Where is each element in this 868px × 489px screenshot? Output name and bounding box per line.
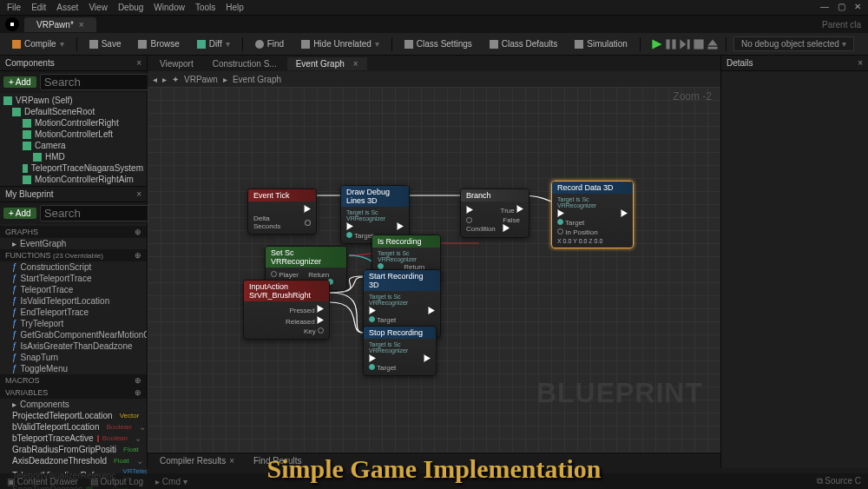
components-tree: VRPawn (Self)DefaultSceneRootMotionContr… xyxy=(0,93,147,186)
search-icon xyxy=(255,40,264,49)
class-settings-button[interactable]: Class Settings xyxy=(399,37,477,50)
nav-compass-icon[interactable]: ✦ xyxy=(172,75,179,84)
close-myblueprint-icon[interactable]: × xyxy=(136,189,141,199)
variable-item[interactable]: GrabRadiusFromGripPositiFloat⌄ xyxy=(0,444,147,455)
debug-object-dropdown[interactable]: No debug object selected ▾ xyxy=(733,36,854,51)
close-icon[interactable]: ✕ xyxy=(854,2,861,11)
functions-section[interactable]: Functions (23 Overridable)⊕ xyxy=(0,249,147,261)
menu-tools[interactable]: Tools xyxy=(195,3,215,12)
simulation-button[interactable]: Simulation xyxy=(569,37,633,50)
eject-icon[interactable] xyxy=(707,38,719,50)
node-input-action[interactable]: InputAction SrVR_BrushRight Pressed Rele… xyxy=(243,280,330,340)
svg-rect-7 xyxy=(707,46,717,49)
breadcrumb-root[interactable]: VRPawn xyxy=(184,75,218,84)
close-details-icon[interactable]: × xyxy=(858,58,863,68)
close-components-icon[interactable]: × xyxy=(136,58,141,68)
details-title: Details xyxy=(727,58,753,68)
hide-unrelated-button[interactable]: Hide Unrelated▾ xyxy=(296,37,385,50)
variable-item[interactable]: AxisDeadzoneThresholdFloat⌄ xyxy=(0,455,147,466)
cmd-input[interactable]: ▸ Cmd ▾ xyxy=(155,477,187,486)
node-event-tick[interactable]: Event Tick Delta Seconds xyxy=(247,188,317,235)
tab-construction-script[interactable]: Construction S... xyxy=(204,57,286,70)
tab-event-graph[interactable]: Event Graph× xyxy=(287,57,367,70)
function-item[interactable]: ƒ TeleportTrace xyxy=(0,284,147,295)
function-item[interactable]: ƒ ToggleMenu xyxy=(0,363,147,374)
graph-canvas[interactable]: Zoom -2 BLUEPRINT Event Tick Delta Secon… xyxy=(148,87,720,453)
tab-viewport[interactable]: Viewport xyxy=(151,57,202,70)
menu-debug[interactable]: Debug xyxy=(118,3,143,12)
zoom-indicator: Zoom -2 xyxy=(673,90,712,102)
function-item[interactable]: ƒ SnapTurn xyxy=(0,352,147,363)
content-drawer-button[interactable]: ▣ Content Drawer xyxy=(7,477,78,486)
component-item[interactable]: DefaultSceneRoot xyxy=(0,106,147,117)
close-tab-icon[interactable]: × xyxy=(79,20,84,30)
menu-bar: File Edit Asset View Debug Window Tools … xyxy=(0,0,868,16)
function-item[interactable]: ƒ IsValidTeleportLocation xyxy=(0,295,147,307)
browse-button[interactable]: Browse xyxy=(133,37,184,50)
menu-edit[interactable]: Edit xyxy=(31,3,46,12)
find-button[interactable]: Find xyxy=(250,37,289,50)
my-blueprint-panel: My Blueprint × + Add ⚙ Graphs⊕ ▸ EventGr… xyxy=(0,186,147,489)
component-item[interactable]: HMD xyxy=(0,151,147,162)
component-item[interactable]: MotionControllerRight xyxy=(0,117,147,129)
center-tabs: Viewport Construction S... Event Graph× xyxy=(148,56,720,71)
gear-icon xyxy=(404,40,413,49)
menu-view[interactable]: View xyxy=(89,3,108,12)
variable-item[interactable]: ProjectedTeleportLocationVector⌄ xyxy=(0,410,147,421)
variable-item[interactable]: bTeleportTraceActiveBoolean⌄ xyxy=(0,433,147,444)
component-item[interactable]: VRPawn (Self) xyxy=(0,95,147,106)
function-item[interactable]: ƒ ConstructionScript xyxy=(0,261,147,273)
macros-section[interactable]: Macros⊕ xyxy=(0,374,147,387)
menu-window[interactable]: Window xyxy=(154,3,185,12)
menu-asset[interactable]: Asset xyxy=(56,3,78,12)
close-tab-icon[interactable]: × xyxy=(353,59,358,69)
component-item[interactable]: Camera xyxy=(0,140,147,151)
component-item[interactable]: MotionControllerLeft xyxy=(0,129,147,140)
class-defaults-button[interactable]: Class Defaults xyxy=(484,37,562,50)
components-category[interactable]: ▸ Components xyxy=(0,399,147,410)
node-branch[interactable]: Branch True ConditionFalse xyxy=(460,188,529,238)
details-panel: Details × xyxy=(720,56,868,468)
function-item[interactable]: ƒ StartTeleportTrace xyxy=(0,273,147,284)
function-item[interactable]: ƒ GetGrabComponentNearMotionController xyxy=(0,329,147,340)
components-panel-title: Components xyxy=(5,58,55,68)
stop-icon[interactable] xyxy=(693,38,705,50)
skip-icon[interactable] xyxy=(679,38,691,50)
add-component-button[interactable]: + Add xyxy=(3,76,36,88)
function-item[interactable]: ƒ TryTeleport xyxy=(0,318,147,329)
graphs-section[interactable]: Graphs⊕ xyxy=(0,226,147,238)
event-graph-item[interactable]: ▸ EventGraph xyxy=(0,238,147,249)
output-log-button[interactable]: ▤ Output Log xyxy=(90,477,143,486)
toolbar: Compile▾ Save Browse Diff▾ Find Hide Unr… xyxy=(0,33,868,56)
center-column: Viewport Construction S... Event Graph× … xyxy=(148,56,720,468)
breadcrumb-graph[interactable]: Event Graph xyxy=(233,75,281,84)
save-button[interactable]: Save xyxy=(84,37,127,50)
menu-file[interactable]: File xyxy=(7,3,21,12)
pause-icon[interactable] xyxy=(665,38,677,50)
function-item[interactable]: ƒ IsAxisGreaterThanDeadzone xyxy=(0,340,147,352)
play-controls xyxy=(651,38,719,50)
maximize-icon[interactable]: ▢ xyxy=(838,2,845,11)
nav-back-icon[interactable]: ◂ xyxy=(153,75,157,84)
add-blueprint-button[interactable]: + Add xyxy=(3,208,36,219)
blueprint-watermark: BLUEPRINT xyxy=(536,377,703,409)
component-item[interactable]: MotionControllerRightAim xyxy=(0,174,147,185)
node-stop-recording[interactable]: Stop Recording Target is Sc VRRecognizer… xyxy=(363,326,437,376)
nav-fwd-icon[interactable]: ▸ xyxy=(162,75,167,84)
function-item[interactable]: ƒ EndTeleportTrace xyxy=(0,307,147,318)
svg-rect-1 xyxy=(666,39,669,49)
component-item[interactable]: TeleportTraceNiagaraSystem xyxy=(0,162,147,174)
minimize-icon[interactable]: — xyxy=(820,2,829,11)
tab-compiler-results[interactable]: Compiler Results × xyxy=(151,454,243,467)
menu-help[interactable]: Help xyxy=(226,3,244,12)
node-record-data[interactable]: Record Data 3D Target is Sc VRRecognizer… xyxy=(551,181,634,248)
variables-section[interactable]: Variables⊕ xyxy=(0,387,147,399)
asset-tab[interactable]: VRPawn* × xyxy=(24,17,96,32)
source-control-button[interactable]: ⧉ Source C xyxy=(817,476,861,486)
svg-rect-2 xyxy=(672,39,675,49)
asset-tab-label: VRPawn* xyxy=(36,20,74,30)
variable-item[interactable]: bValidTeleportLocationBoolean⌄ xyxy=(0,421,147,433)
play-icon[interactable] xyxy=(651,38,663,50)
compile-button[interactable]: Compile▾ xyxy=(7,37,69,50)
diff-button[interactable]: Diff▾ xyxy=(192,37,235,50)
